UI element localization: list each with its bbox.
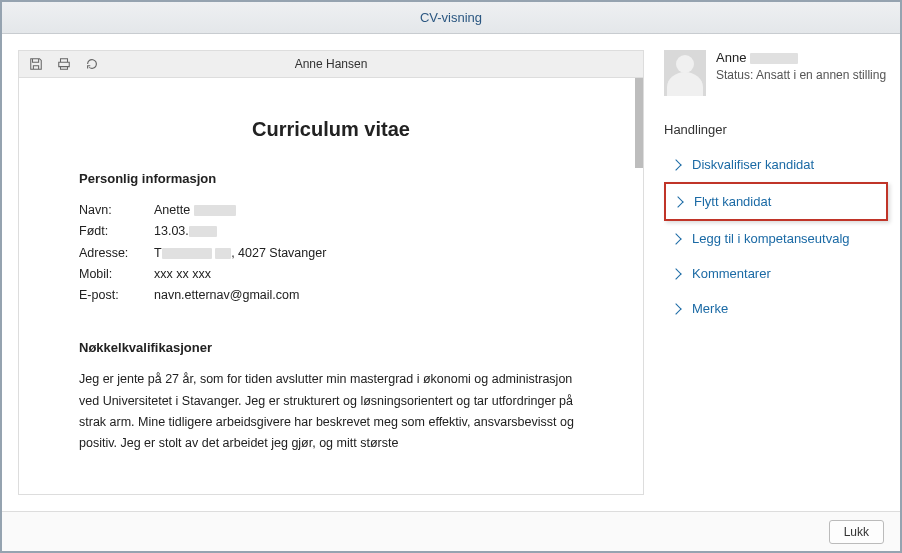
label-name: Navn:: [79, 200, 154, 221]
section-personal-title: Personlig informasjon: [79, 171, 583, 186]
redacted: [194, 205, 236, 216]
label-born: Født:: [79, 221, 154, 242]
value-name: Anette: [154, 200, 583, 221]
print-icon[interactable]: [57, 57, 71, 71]
close-button[interactable]: Lukk: [829, 520, 884, 544]
profile-block: Anne Status: Ansatt i en annen stilling: [664, 50, 888, 96]
action-list: Diskvalifiser kandidat Flytt kandidat Le…: [664, 147, 888, 326]
action-add-competence[interactable]: Legg til i kompetanseutvalg: [664, 221, 888, 256]
footer: Lukk: [2, 511, 900, 551]
label-address: Adresse:: [79, 243, 154, 264]
profile-name: Anne: [716, 50, 886, 65]
personal-info-table: Navn: Anette Født: 13.03. Adresse: T: [79, 200, 583, 306]
action-disqualify[interactable]: Diskvalifiser kandidat: [664, 147, 888, 182]
refresh-icon[interactable]: [85, 57, 99, 71]
row-born: Født: 13.03.: [79, 221, 583, 242]
row-name: Navn: Anette: [79, 200, 583, 221]
action-label: Legg til i kompetanseutvalg: [692, 231, 850, 246]
redacted: [215, 248, 231, 259]
redacted: [162, 248, 212, 259]
chevron-right-icon: [670, 268, 681, 279]
keyqual-text: Jeg er jente på 27 år, som for tiden avs…: [79, 369, 583, 454]
doc-person-name: Anne Hansen: [19, 57, 643, 71]
value-born: 13.03.: [154, 221, 583, 242]
action-label: Kommentarer: [692, 266, 771, 281]
chevron-right-icon: [670, 303, 681, 314]
value-email: navn.etternav@gmail.com: [154, 285, 583, 306]
value-address: T , 4027 Stavanger: [154, 243, 583, 264]
save-icon[interactable]: [29, 57, 43, 71]
cv-panel: Anne Hansen Curriculum vitae Personlig i…: [2, 34, 660, 511]
scrollbar-thumb[interactable]: [635, 78, 643, 168]
action-move[interactable]: Flytt kandidat: [664, 182, 888, 221]
section-keyqual-title: Nøkkelkvalifikasjoner: [79, 340, 583, 355]
action-label: Merke: [692, 301, 728, 316]
chevron-right-icon: [672, 196, 683, 207]
profile-status: Status: Ansatt i en annen stilling: [716, 68, 886, 82]
sidebar: Anne Status: Ansatt i en annen stilling …: [660, 34, 900, 511]
label-mobile: Mobil:: [79, 264, 154, 285]
action-label: Diskvalifiser kandidat: [692, 157, 814, 172]
action-label: Flytt kandidat: [694, 194, 771, 209]
redacted: [189, 226, 217, 237]
doc-body: Curriculum vitae Personlig informasjon N…: [18, 78, 644, 495]
window-titlebar: CV-visning: [2, 2, 900, 34]
action-comments[interactable]: Kommentarer: [664, 256, 888, 291]
row-address: Adresse: T , 4027 Stavanger: [79, 243, 583, 264]
doc-toolbar: Anne Hansen: [18, 50, 644, 78]
redacted: [750, 53, 798, 64]
chevron-right-icon: [670, 233, 681, 244]
window-title: CV-visning: [420, 10, 482, 25]
chevron-right-icon: [670, 159, 681, 170]
label-email: E-post:: [79, 285, 154, 306]
row-mobile: Mobil: xxx xx xxx: [79, 264, 583, 285]
action-tag[interactable]: Merke: [664, 291, 888, 326]
cv-heading: Curriculum vitae: [79, 118, 583, 141]
value-mobile: xxx xx xxx: [154, 264, 583, 285]
avatar: [664, 50, 706, 96]
actions-heading: Handlinger: [664, 122, 888, 137]
content-area: Anne Hansen Curriculum vitae Personlig i…: [2, 34, 900, 511]
row-email: E-post: navn.etternav@gmail.com: [79, 285, 583, 306]
